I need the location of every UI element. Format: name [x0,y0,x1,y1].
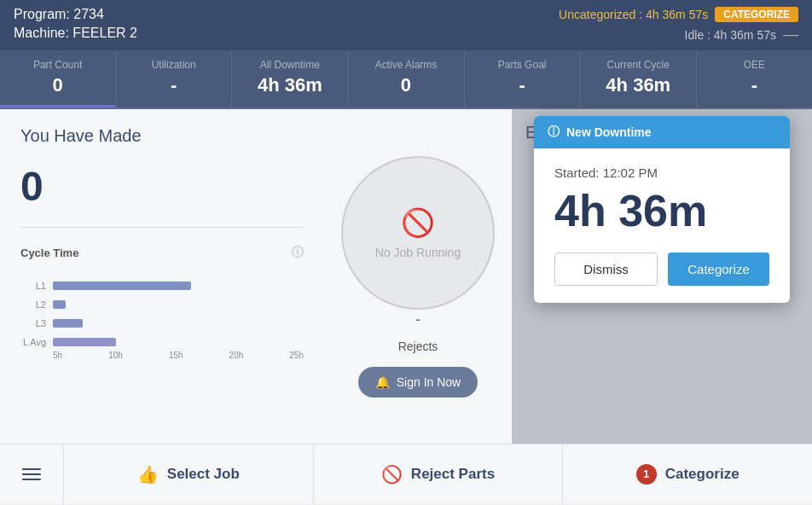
stat-label-active-alarms: Active Alarms [355,59,456,71]
select-job-icon: 👍 [137,464,159,485]
uncategorized-status: Uncategorized : 4h 36m 57s CATEGORIZE [559,7,798,22]
divider [20,227,304,228]
stat-value-all-downtime: 4h 36m [239,74,340,96]
stat-active-alarms[interactable]: Active Alarms 0 [348,50,464,107]
chart-row-l1: L1 [20,281,304,291]
no-job-circle: 🚫 No Job Running [341,156,495,310]
stat-label-oee: OEE [704,59,805,71]
cycle-time-header: Cycle Time ⓘ [20,245,304,260]
idle-dash: — [783,26,798,44]
modal-actions: Dismiss Categorize [554,252,769,286]
menu-line-1 [22,468,41,470]
x-label-25h: 25h [289,351,304,360]
info-icon[interactable]: ⓘ [292,245,304,260]
reject-parts-label: Reject Parts [411,466,495,483]
chart-row-lavg: L Avg [20,337,304,347]
modal-started: Started: 12:02 PM [554,165,769,180]
chart-bar-lavg [53,338,116,346]
you-have-made-label: You Have Made [20,126,304,146]
new-downtime-modal: ⓘ New Downtime Started: 12:02 PM 4h 36m … [534,116,790,303]
program-label: Program: 2734 [14,7,137,22]
idle-text: Idle : 4h 36m 57s [685,28,776,42]
chart-bar-l3 [53,319,83,328]
chart-bar-l1 [53,282,191,290]
categorize-label: Categorize [665,466,740,483]
modal-overlay: ⓘ New Downtime Started: 12:02 PM 4h 36m … [512,109,812,444]
sign-in-label: Sign In Now [397,375,461,389]
stat-utilization[interactable]: Utilization - [116,50,232,107]
stat-part-count[interactable]: Part Count 0 [0,50,116,107]
stat-label-parts-goal: Parts Goal [472,59,573,71]
select-job-button[interactable]: 👍 Select Job [64,444,314,504]
stat-value-current-cycle: 4h 36m [588,74,689,96]
stat-value-parts-goal: - [472,74,573,96]
stat-current-cycle[interactable]: Current Cycle 4h 36m [581,50,697,107]
stat-label-part-count: Part Count [7,59,108,71]
chart-x-axis: 5h 10h 15h 20h 25h [20,351,304,360]
dismiss-button[interactable]: Dismiss [554,252,658,286]
no-job-text: No Job Running [375,246,461,259]
left-panel: You Have Made 0 Cycle Time ⓘ L1 L2 [0,109,324,444]
chart-row-label-l3: L3 [20,318,46,328]
stat-value-utilization: - [123,74,224,96]
menu-button[interactable] [0,444,64,504]
chart-rows: L1 L2 L3 L [20,281,304,347]
modal-info-icon: ⓘ [548,125,560,140]
chart-row-label-lavg: L Avg [20,337,46,347]
chart-row-l2: L2 [20,299,304,310]
stat-value-active-alarms: 0 [355,74,456,96]
made-count: 0 [20,163,304,210]
chart-row-l3: L3 [20,318,304,328]
stat-label-current-cycle: Current Cycle [588,59,689,71]
categorize-button[interactable]: CATEGORIZE [715,7,798,22]
chart-bar-bg-l2 [53,300,304,309]
no-job-icon: 🚫 [401,206,435,239]
chart-row-label-l1: L1 [20,281,46,291]
main-content: You Have Made 0 Cycle Time ⓘ L1 L2 [0,109,812,444]
stat-value-oee: - [704,74,805,96]
modal-title: New Downtime [566,125,652,139]
chart-bar-bg-l3 [53,319,304,328]
chart-bar-l2 [53,300,66,309]
modal-body: Started: 12:02 PM 4h 36m Dismiss Categor… [534,148,790,303]
stat-value-part-count: 0 [7,74,108,96]
reject-parts-icon: 🚫 [381,464,403,485]
stat-parts-goal[interactable]: Parts Goal - [465,50,581,107]
right-panel: Expected To Have Made ⓘ New Downtime Sta… [512,109,812,444]
bottom-bar: 👍 Select Job 🚫 Reject Parts 1 Categorize [0,444,812,503]
categorize-modal-button[interactable]: Categorize [668,252,769,286]
select-job-label: Select Job [167,466,240,483]
modal-header: ⓘ New Downtime [534,116,790,148]
chart-bar-bg-l1 [53,282,304,290]
modal-duration: 4h 36m [554,187,769,235]
cycle-time-label: Cycle Time [20,247,78,259]
x-label-20h: 20h [229,351,244,360]
x-label-5h: 5h [53,351,62,360]
sign-in-icon: 🔔 [375,375,390,389]
header-right: Uncategorized : 4h 36m 57s CATEGORIZE Id… [559,7,798,44]
chart-area: L1 L2 L3 L [20,274,304,360]
rejects-dash: - [415,310,421,329]
uncategorized-text: Uncategorized : 4h 36m 57s [559,8,708,21]
chart-bar-bg-lavg [53,338,304,346]
x-label-15h: 15h [169,351,183,360]
stats-bar: Part Count 0 Utilization - All Downtime … [0,50,812,109]
center-panel: 🚫 No Job Running - Rejects 🔔 Sign In Now [324,109,512,444]
stat-all-downtime[interactable]: All Downtime 4h 36m [232,50,348,107]
reject-parts-button[interactable]: 🚫 Reject Parts [314,444,564,504]
rejects-label: Rejects [398,340,438,353]
sign-in-button[interactable]: 🔔 Sign In Now [358,367,478,398]
chart-row-label-l2: L2 [20,299,46,310]
stat-oee[interactable]: OEE - [697,50,812,107]
header: Program: 2734 Machine: FEELER 2 Uncatego… [0,0,812,50]
stat-label-utilization: Utilization [123,59,224,71]
machine-label: Machine: FEELER 2 [14,26,137,41]
x-label-10h: 10h [108,351,123,360]
categorize-badge: 1 [636,464,657,485]
categorize-button-bottom[interactable]: 1 Categorize [563,444,812,504]
idle-status: Idle : 4h 36m 57s — [685,26,798,44]
menu-line-3 [22,479,41,480]
header-left: Program: 2734 Machine: FEELER 2 [14,7,137,41]
stat-label-all-downtime: All Downtime [239,59,340,71]
menu-line-2 [22,473,41,475]
